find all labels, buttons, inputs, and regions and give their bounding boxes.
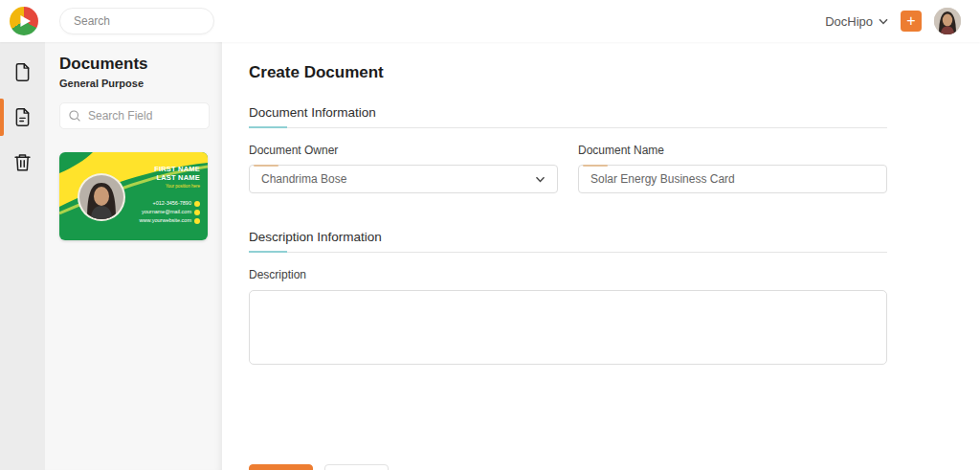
globe-icon (194, 218, 200, 224)
panel-search-input[interactable] (88, 109, 201, 123)
add-document-button[interactable]: + (901, 11, 922, 32)
panel-title: Documents (59, 55, 210, 74)
trash-icon (12, 152, 33, 172)
section-document-information: Document Information (249, 105, 887, 128)
header-right-cluster: DocHipo + (825, 8, 961, 34)
document-name-field: Document Name (578, 144, 887, 193)
avatar-portrait (934, 8, 961, 34)
card-phone-row: +012-3456-7890 (140, 199, 200, 208)
card-email: yourname@mail.com (142, 208, 191, 216)
rail-item-trash[interactable] (0, 140, 45, 185)
workspace-label: DocHipo (825, 14, 873, 29)
top-header: DocHipo + (0, 0, 980, 42)
icon-rail (0, 42, 45, 470)
document-name-input[interactable] (590, 172, 875, 186)
rail-item-blank-document[interactable] (0, 50, 45, 95)
rail-item-documents[interactable] (0, 95, 45, 140)
page-title: Create Document (249, 63, 887, 82)
document-owner-select[interactable]: Chandrima Bose (249, 165, 558, 193)
documents-panel: Documents General Purpose (45, 42, 222, 470)
global-search-input[interactable] (74, 14, 222, 28)
card-email-row: yourname@mail.com (140, 208, 200, 216)
panel-search (59, 102, 210, 129)
card-website: www.yourwebsite.com (140, 216, 191, 225)
document-name-label: Document Name (578, 144, 887, 157)
card-phone: +012-3456-7890 (152, 199, 191, 208)
logo-play-shape (19, 15, 31, 27)
chevron-down-icon (535, 176, 546, 183)
user-avatar[interactable] (934, 8, 961, 34)
document-owner-label: Document Owner (249, 144, 558, 157)
phone-icon (194, 201, 200, 207)
card-position: Your position here (166, 184, 200, 189)
cancel-button[interactable]: Cancel (324, 464, 389, 470)
mail-icon (194, 210, 200, 215)
card-last-name: LAST NAME (154, 174, 200, 183)
search-icon (68, 109, 81, 123)
next-button[interactable]: Next (249, 464, 313, 470)
card-contacts: +012-3456-7890 yourname@mail.com www.you… (140, 199, 200, 225)
workspace-dropdown[interactable]: DocHipo (825, 14, 888, 29)
card-website-row: www.yourwebsite.com (140, 216, 200, 225)
document-owner-value: Chandrima Bose (261, 172, 346, 186)
document-icon (12, 62, 33, 82)
app-body: Documents General Purpose (0, 42, 980, 470)
document-owner-field: Document Owner Chandrima Bose (249, 144, 558, 193)
document-text-icon (12, 107, 33, 127)
dochipo-logo-icon[interactable] (10, 7, 38, 35)
global-search (59, 8, 214, 34)
document-info-fields: Document Owner Chandrima Bose Document N… (249, 144, 887, 193)
chevron-down-icon (879, 18, 888, 25)
panel-subtitle: General Purpose (59, 78, 210, 89)
document-name-control (578, 165, 887, 193)
description-textarea[interactable] (249, 290, 887, 365)
description-label: Description (249, 268, 887, 281)
section-description-information: Description Information (249, 230, 887, 253)
template-thumbnail-business-card[interactable]: FIRST NAME LAST NAME Your position here … (59, 152, 208, 240)
app-window: DocHipo + (0, 0, 980, 470)
card-name-block: FIRST NAME LAST NAME (154, 166, 200, 182)
form-actions: Next Cancel (249, 464, 887, 470)
create-document-form: Create Document Document Information Doc… (222, 42, 980, 470)
